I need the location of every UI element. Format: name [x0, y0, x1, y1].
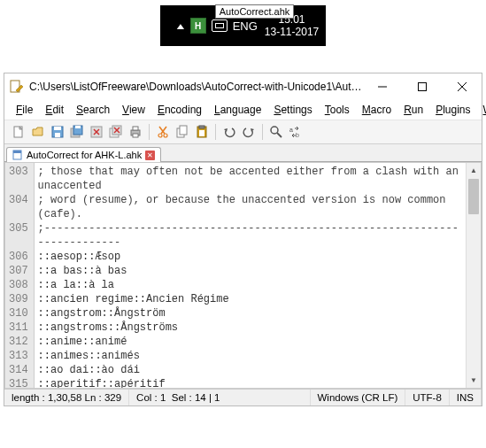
menu-view[interactable]: View — [116, 102, 151, 118]
svg-rect-30 — [199, 130, 204, 136]
menu-plugins[interactable]: Plugins — [429, 102, 476, 118]
undo-button[interactable] — [220, 123, 238, 141]
vertical-scrollbar[interactable]: ▲ ▼ — [466, 163, 481, 388]
system-tray: AutoCorrect.ahk ▲ H ENG 15:01 13-11-2017 — [160, 5, 326, 46]
file-tab[interactable]: AutoCorrect for AHK-L.ahk ✕ — [6, 147, 161, 162]
menu-encoding[interactable]: Encoding — [151, 102, 208, 118]
svg-rect-21 — [133, 134, 138, 137]
close-button[interactable] — [442, 74, 482, 100]
editor-area: 3033043053063073083093103113123133143153… — [4, 162, 482, 389]
scroll-up-icon[interactable]: ▲ — [467, 163, 481, 178]
notepadpp-window: C:\Users\ListOfFreeware\Downloads\AutoCo… — [4, 73, 482, 406]
save-all-button[interactable] — [68, 123, 86, 141]
svg-text:b: b — [296, 132, 299, 138]
status-position: Col : 1 Sel : 14 | 1 — [129, 390, 310, 406]
tab-label: AutoCorrect for AHK-L.ahk — [27, 150, 142, 160]
line-number-gutter: 3033043053063073083093103113123133143153… — [5, 163, 35, 388]
status-bar: length : 1,30,58 Ln : 329 Col : 1 Sel : … — [4, 389, 482, 406]
svg-rect-20 — [133, 127, 138, 130]
toolbar-separator — [262, 124, 263, 140]
svg-text:a: a — [289, 127, 293, 133]
close-file-button[interactable] — [88, 123, 105, 141]
redo-button[interactable] — [240, 123, 258, 141]
menu-tools[interactable]: Tools — [319, 102, 356, 118]
copy-button[interactable] — [174, 123, 191, 141]
file-icon — [12, 150, 23, 160]
scroll-thumb[interactable] — [468, 179, 479, 214]
status-length: length : 1,30,58 Ln : 329 — [4, 390, 129, 406]
minimize-button[interactable] — [362, 74, 402, 100]
svg-rect-2 — [418, 83, 426, 91]
toolbar-separator — [215, 124, 216, 140]
menu-edit[interactable]: Edit — [39, 102, 70, 118]
svg-rect-7 — [54, 127, 61, 130]
menu-bar: FileEditSearchViewEncodingLanguageSettin… — [4, 100, 482, 120]
svg-rect-36 — [13, 151, 21, 153]
tab-bar: AutoCorrect for AHK-L.ahk ✕ — [4, 144, 482, 162]
paste-button[interactable] — [193, 123, 211, 141]
code-editor[interactable]: ; those that may often not be accented e… — [35, 163, 466, 388]
menu-language[interactable]: Language — [208, 102, 267, 118]
tab-close-icon[interactable]: ✕ — [145, 151, 155, 160]
language-indicator[interactable]: ENG — [233, 19, 258, 33]
print-button[interactable] — [127, 123, 144, 141]
toolbar-separator — [149, 124, 150, 140]
menu-run[interactable]: Run — [397, 102, 429, 118]
svg-line-32 — [277, 133, 282, 137]
svg-point-24 — [158, 134, 162, 137]
menu-macro[interactable]: Macro — [356, 102, 397, 118]
app-icon — [10, 80, 24, 94]
replace-button[interactable]: ab — [287, 123, 305, 141]
find-button[interactable] — [267, 123, 285, 141]
svg-rect-29 — [199, 126, 204, 128]
menu-settings[interactable]: Settings — [267, 102, 318, 118]
svg-point-25 — [164, 134, 167, 137]
input-indicator-icon[interactable] — [212, 19, 228, 32]
menu-search[interactable]: Search — [70, 102, 116, 118]
close-all-button[interactable] — [107, 123, 125, 141]
open-file-button[interactable] — [29, 123, 47, 141]
svg-rect-27 — [180, 126, 187, 135]
svg-rect-11 — [75, 126, 81, 128]
cut-button[interactable] — [154, 123, 172, 141]
status-eol[interactable]: Windows (CR LF) — [311, 390, 406, 406]
tray-tooltip: AutoCorrect.ahk — [215, 4, 294, 19]
maximize-button[interactable] — [402, 74, 442, 100]
scroll-down-icon[interactable]: ▼ — [467, 373, 481, 388]
status-insert-mode[interactable]: INS — [450, 390, 482, 406]
toolbar: ab — [4, 120, 482, 144]
autohotkey-tray-icon[interactable]: H — [190, 18, 206, 34]
svg-point-31 — [271, 127, 278, 134]
svg-rect-8 — [55, 133, 60, 137]
new-file-button[interactable] — [10, 123, 27, 141]
clock-date: 13-11-2017 — [265, 26, 319, 38]
menu-window[interactable]: Window — [477, 102, 486, 118]
tray-chevron-up-icon[interactable]: ▲ — [174, 21, 187, 31]
menu-file[interactable]: File — [10, 102, 39, 118]
window-title: C:\Users\ListOfFreeware\Downloads\AutoCo… — [29, 81, 362, 93]
title-bar[interactable]: C:\Users\ListOfFreeware\Downloads\AutoCo… — [4, 73, 482, 100]
save-button[interactable] — [49, 123, 66, 141]
status-encoding[interactable]: UTF-8 — [405, 390, 450, 406]
